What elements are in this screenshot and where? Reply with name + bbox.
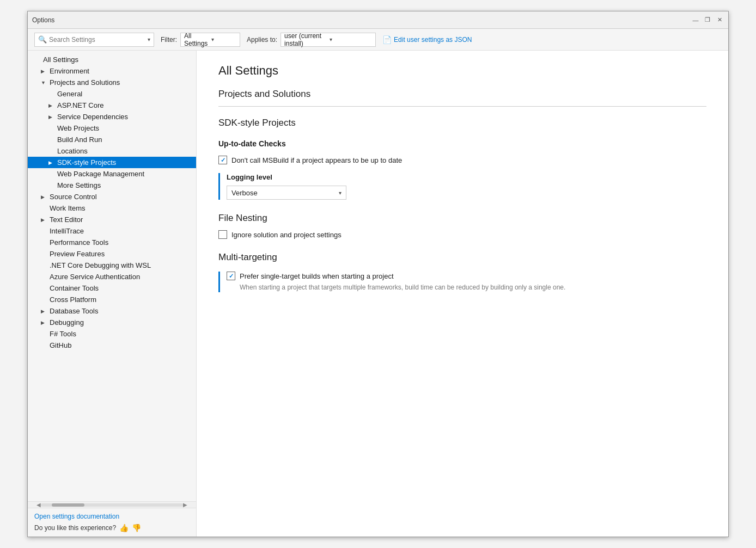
edit-json-button[interactable]: 📄 Edit user settings as JSON [382, 35, 472, 44]
search-input[interactable] [49, 36, 145, 44]
filter-section: Filter: All Settings ▾ [161, 33, 240, 47]
search-box[interactable]: 🔍 ▾ [34, 33, 154, 47]
build-run-label: Build And Run [57, 136, 192, 144]
prefer-checkbox-desc: When starting a project that targets mul… [240, 282, 621, 292]
sidebar-item-environment[interactable]: ▶ Environment [28, 65, 196, 77]
sidebar-item-text-editor[interactable]: ▶ Text Editor [28, 214, 196, 225]
sidebar-item-source-control[interactable]: ▶ Source Control [28, 191, 196, 202]
source-control-arrow: ▶ [41, 194, 50, 200]
sidebar-item-sdk-style-projects[interactable]: ▶ SDK-style Projects [28, 157, 196, 168]
database-tools-label: Database Tools [50, 307, 192, 315]
file-nesting-section: File Nesting Ignore solution and project… [218, 213, 706, 239]
prefer-checkbox-row: Prefer single-target builds when startin… [227, 272, 706, 280]
text-editor-label: Text Editor [50, 215, 192, 224]
sidebar-item-locations[interactable]: Locations [28, 145, 196, 157]
sidebar-item-fsharp-tools[interactable]: F# Tools [28, 328, 196, 340]
prefer-checkbox-label: Prefer single-target builds when startin… [240, 272, 394, 280]
open-settings-docs-link[interactable]: Open settings documentation [34, 513, 119, 520]
perf-tools-label: Performance Tools [50, 238, 192, 247]
titlebar: Options — ❐ ✕ [28, 11, 728, 29]
ignore-checkbox[interactable] [218, 230, 227, 239]
filter-select[interactable]: All Settings ▾ [180, 33, 240, 47]
close-button[interactable]: ✕ [715, 16, 724, 24]
sidebar-item-container-tools[interactable]: Container Tools [28, 282, 196, 294]
logging-dropdown-arrow: ▾ [339, 190, 342, 196]
ignore-checkbox-label: Ignore solution and project settings [231, 231, 342, 239]
sidebar-item-build-run[interactable]: Build And Run [28, 134, 196, 145]
applies-label: Applies to: [247, 36, 277, 44]
thumbs-up-icon[interactable]: 👍 [119, 524, 129, 532]
environment-arrow: ▶ [41, 69, 50, 74]
sidebar-item-general[interactable]: General [28, 88, 196, 100]
more-settings-label: More Settings [57, 181, 192, 189]
search-dropdown-arrow[interactable]: ▾ [148, 36, 150, 42]
applies-arrow: ▾ [330, 36, 373, 42]
net-core-debug-label: .NET Core Debugging with WSL [50, 261, 192, 269]
sdk-arrow: ▶ [48, 160, 57, 165]
sidebar-item-intellitrace[interactable]: IntelliTrace [28, 225, 196, 237]
logging-level-dropdown[interactable]: Verbose ▾ [227, 186, 346, 200]
file-nesting-title: File Nesting [218, 213, 706, 224]
service-dep-arrow: ▶ [48, 114, 57, 120]
sidebar-item-net-core-debugging[interactable]: .NET Core Debugging with WSL [28, 260, 196, 271]
general-label: General [57, 90, 192, 98]
debugging-label: Debugging [50, 318, 192, 327]
prefer-checkbox[interactable] [227, 272, 235, 280]
logging-level-label: Logging level [227, 173, 706, 181]
projects-label: Projects and Solutions [50, 78, 192, 87]
sidebar-item-more-settings[interactable]: More Settings [28, 180, 196, 191]
container-tools-label: Container Tools [50, 284, 192, 292]
preview-features-label: Preview Features [50, 250, 192, 258]
hscroll-right-arrow[interactable]: ▶ [183, 502, 187, 508]
filter-arrow: ▾ [211, 36, 236, 42]
sidebar-item-service-dependencies[interactable]: ▶ Service Dependencies [28, 111, 196, 122]
sidebar-item-projects-solutions[interactable]: ▼ Projects and Solutions [28, 77, 196, 88]
work-items-label: Work Items [50, 204, 192, 212]
sidebar-item-preview-features[interactable]: Preview Features [28, 248, 196, 260]
filter-label: Filter: [161, 36, 177, 44]
multi-targeting-section: Multi-targeting Prefer single-target bui… [218, 252, 706, 292]
sidebar-item-work-items[interactable]: Work Items [28, 202, 196, 214]
msbuild-checkbox[interactable] [218, 156, 227, 164]
sidebar-item-web-package-management[interactable]: Web Package Management [28, 168, 196, 180]
github-label: GitHub [50, 341, 192, 349]
sidebar-scroll[interactable]: All Settings ▶ Environment ▼ Projects an… [28, 51, 196, 501]
main-layout: All Settings ▶ Environment ▼ Projects an… [28, 51, 728, 537]
content-area: All Settings Projects and Solutions SDK-… [197, 51, 728, 537]
hscroll-thumb[interactable] [52, 503, 84, 507]
sidebar: All Settings ▶ Environment ▼ Projects an… [28, 51, 197, 537]
sidebar-item-cross-platform[interactable]: Cross Platform [28, 294, 196, 305]
azure-auth-label: Azure Service Authentication [50, 273, 192, 281]
hscroll-track [41, 503, 183, 507]
debugging-arrow: ▶ [41, 320, 50, 325]
sidebar-item-web-projects[interactable]: Web Projects [28, 122, 196, 134]
sidebar-item-azure-service-auth[interactable]: Azure Service Authentication [28, 271, 196, 282]
cross-platform-label: Cross Platform [50, 295, 192, 304]
options-window: Options — ❐ ✕ 🔍 ▾ Filter: All Settings ▾… [27, 11, 729, 537]
sidebar-item-all-settings[interactable]: All Settings [28, 54, 196, 65]
projects-solutions-section-title: Projects and Solutions [218, 89, 706, 100]
restore-button[interactable]: ❐ [703, 16, 712, 24]
sidebar-item-performance-tools[interactable]: Performance Tools [28, 237, 196, 248]
sidebar-item-github[interactable]: GitHub [28, 340, 196, 351]
multi-targeting-title: Multi-targeting [218, 252, 706, 263]
projects-arrow: ▼ [41, 80, 50, 85]
locations-label: Locations [57, 147, 192, 155]
sidebar-hscrollbar[interactable]: ◀ ▶ [28, 501, 196, 508]
feedback-text: Do you like this experience? [34, 524, 116, 532]
sdk-style-projects-title: SDK-style Projects [218, 118, 706, 128]
sidebar-item-aspnet-core[interactable]: ▶ ASP.NET Core [28, 100, 196, 111]
filter-value: All Settings [184, 32, 209, 47]
hscroll-left-arrow[interactable]: ◀ [36, 502, 41, 508]
database-tools-arrow: ▶ [41, 309, 50, 314]
minimize-button[interactable]: — [691, 16, 700, 24]
applies-section: Applies to: user (current install) ▾ [247, 33, 376, 47]
sidebar-root-label: All Settings [43, 56, 192, 64]
applies-select[interactable]: user (current install) ▾ [281, 33, 376, 47]
sidebar-item-debugging[interactable]: ▶ Debugging [28, 317, 196, 328]
thumbs-down-icon[interactable]: 👎 [132, 524, 141, 532]
sdk-label: SDK-style Projects [57, 158, 192, 167]
sidebar-item-database-tools[interactable]: ▶ Database Tools [28, 305, 196, 317]
environment-label: Environment [50, 67, 192, 75]
edit-json-icon: 📄 [382, 35, 392, 44]
